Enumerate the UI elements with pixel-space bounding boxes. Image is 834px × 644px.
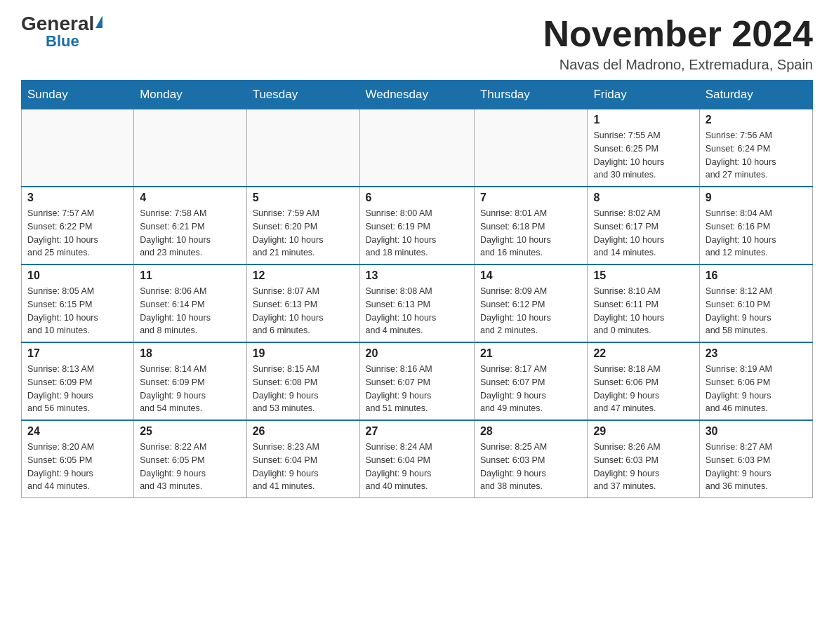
day-info: Sunrise: 8:06 AM Sunset: 6:14 PM Dayligh… <box>140 285 240 337</box>
table-row: 12Sunrise: 8:07 AM Sunset: 6:13 PM Dayli… <box>246 264 359 342</box>
day-info: Sunrise: 8:02 AM Sunset: 6:17 PM Dayligh… <box>593 207 693 260</box>
day-number: 26 <box>253 425 354 438</box>
table-row: 25Sunrise: 8:22 AM Sunset: 6:05 PM Dayli… <box>134 420 246 498</box>
weekday-header-row: Sunday Monday Tuesday Wednesday Thursday… <box>22 81 813 109</box>
logo: General Blue <box>21 14 102 51</box>
day-info: Sunrise: 8:14 AM Sunset: 6:09 PM Dayligh… <box>140 363 240 415</box>
table-row: 14Sunrise: 8:09 AM Sunset: 6:12 PM Dayli… <box>474 264 588 342</box>
table-row: 23Sunrise: 8:19 AM Sunset: 6:06 PM Dayli… <box>699 342 812 420</box>
day-number: 16 <box>706 269 807 282</box>
table-row: 13Sunrise: 8:08 AM Sunset: 6:13 PM Dayli… <box>359 264 474 342</box>
day-info: Sunrise: 8:25 AM Sunset: 6:03 PM Dayligh… <box>480 441 582 493</box>
calendar-week-row: 10Sunrise: 8:05 AM Sunset: 6:15 PM Dayli… <box>22 264 813 342</box>
day-number: 23 <box>706 347 807 360</box>
day-info: Sunrise: 8:10 AM Sunset: 6:11 PM Dayligh… <box>593 285 693 337</box>
day-number: 5 <box>253 192 354 204</box>
day-info: Sunrise: 8:16 AM Sunset: 6:07 PM Dayligh… <box>366 363 468 415</box>
table-row: 19Sunrise: 8:15 AM Sunset: 6:08 PM Dayli… <box>246 342 359 420</box>
table-row: 22Sunrise: 8:18 AM Sunset: 6:06 PM Dayli… <box>588 342 699 420</box>
calendar-week-row: 1Sunrise: 7:55 AM Sunset: 6:25 PM Daylig… <box>22 109 813 187</box>
day-info: Sunrise: 8:20 AM Sunset: 6:05 PM Dayligh… <box>27 441 128 493</box>
logo-triangle-icon <box>95 15 102 28</box>
day-number: 18 <box>140 347 240 360</box>
table-row: 16Sunrise: 8:12 AM Sunset: 6:10 PM Dayli… <box>699 264 812 342</box>
day-info: Sunrise: 7:59 AM Sunset: 6:20 PM Dayligh… <box>253 207 354 260</box>
day-number: 10 <box>27 269 128 282</box>
calendar-table: Sunday Monday Tuesday Wednesday Thursday… <box>21 80 813 498</box>
table-row: 9Sunrise: 8:04 AM Sunset: 6:16 PM Daylig… <box>699 187 812 264</box>
day-number: 3 <box>27 192 128 204</box>
header-tuesday: Tuesday <box>246 81 359 109</box>
calendar-week-row: 24Sunrise: 8:20 AM Sunset: 6:05 PM Dayli… <box>22 420 813 498</box>
day-number: 30 <box>706 425 807 438</box>
day-number: 9 <box>706 192 807 204</box>
day-number: 12 <box>253 269 354 282</box>
day-info: Sunrise: 8:08 AM Sunset: 6:13 PM Dayligh… <box>366 285 468 337</box>
table-row: 28Sunrise: 8:25 AM Sunset: 6:03 PM Dayli… <box>474 420 588 498</box>
day-number: 17 <box>27 347 128 360</box>
day-info: Sunrise: 8:18 AM Sunset: 6:06 PM Dayligh… <box>593 363 693 415</box>
day-info: Sunrise: 8:24 AM Sunset: 6:04 PM Dayligh… <box>366 441 468 493</box>
day-number: 21 <box>480 347 582 360</box>
table-row: 15Sunrise: 8:10 AM Sunset: 6:11 PM Dayli… <box>588 264 699 342</box>
day-number: 13 <box>366 269 468 282</box>
table-row: 30Sunrise: 8:27 AM Sunset: 6:03 PM Dayli… <box>699 420 812 498</box>
table-row <box>22 109 134 187</box>
calendar-week-row: 3Sunrise: 7:57 AM Sunset: 6:22 PM Daylig… <box>22 187 813 264</box>
day-info: Sunrise: 8:22 AM Sunset: 6:05 PM Dayligh… <box>140 441 240 493</box>
header-wednesday: Wednesday <box>359 81 474 109</box>
table-row: 24Sunrise: 8:20 AM Sunset: 6:05 PM Dayli… <box>22 420 134 498</box>
day-number: 28 <box>480 425 582 438</box>
day-number: 4 <box>140 192 240 204</box>
day-info: Sunrise: 8:15 AM Sunset: 6:08 PM Dayligh… <box>253 363 354 415</box>
header-saturday: Saturday <box>699 81 812 109</box>
day-info: Sunrise: 8:07 AM Sunset: 6:13 PM Dayligh… <box>253 285 354 337</box>
table-row <box>246 109 359 187</box>
day-number: 11 <box>140 269 240 282</box>
table-row: 5Sunrise: 7:59 AM Sunset: 6:20 PM Daylig… <box>246 187 359 264</box>
table-row: 29Sunrise: 8:26 AM Sunset: 6:03 PM Dayli… <box>588 420 699 498</box>
header-thursday: Thursday <box>474 81 588 109</box>
location-subtitle: Navas del Madrono, Extremadura, Spain <box>543 57 813 73</box>
table-row: 11Sunrise: 8:06 AM Sunset: 6:14 PM Dayli… <box>134 264 246 342</box>
calendar-title-section: November 2024 Navas del Madrono, Extrema… <box>543 14 813 73</box>
day-info: Sunrise: 8:09 AM Sunset: 6:12 PM Dayligh… <box>480 285 582 337</box>
table-row: 21Sunrise: 8:17 AM Sunset: 6:07 PM Dayli… <box>474 342 588 420</box>
day-number: 24 <box>27 425 128 438</box>
day-info: Sunrise: 8:12 AM Sunset: 6:10 PM Dayligh… <box>706 285 807 337</box>
table-row: 1Sunrise: 7:55 AM Sunset: 6:25 PM Daylig… <box>588 109 699 187</box>
table-row: 7Sunrise: 8:01 AM Sunset: 6:18 PM Daylig… <box>474 187 588 264</box>
table-row <box>474 109 588 187</box>
table-row: 2Sunrise: 7:56 AM Sunset: 6:24 PM Daylig… <box>699 109 812 187</box>
day-info: Sunrise: 7:58 AM Sunset: 6:21 PM Dayligh… <box>140 207 240 260</box>
day-number: 25 <box>140 425 240 438</box>
table-row: 8Sunrise: 8:02 AM Sunset: 6:17 PM Daylig… <box>588 187 699 264</box>
month-year-title: November 2024 <box>543 14 813 54</box>
logo-blue-text: Blue <box>46 32 79 51</box>
header-monday: Monday <box>134 81 246 109</box>
day-number: 27 <box>366 425 468 438</box>
day-number: 22 <box>593 347 693 360</box>
table-row: 18Sunrise: 8:14 AM Sunset: 6:09 PM Dayli… <box>134 342 246 420</box>
day-number: 7 <box>480 192 582 204</box>
table-row: 26Sunrise: 8:23 AM Sunset: 6:04 PM Dayli… <box>246 420 359 498</box>
table-row: 17Sunrise: 8:13 AM Sunset: 6:09 PM Dayli… <box>22 342 134 420</box>
day-number: 20 <box>366 347 468 360</box>
page-header: General Blue November 2024 Navas del Mad… <box>21 14 813 73</box>
logo-general-text: General <box>21 14 94 34</box>
day-info: Sunrise: 7:56 AM Sunset: 6:24 PM Dayligh… <box>706 129 807 182</box>
table-row: 27Sunrise: 8:24 AM Sunset: 6:04 PM Dayli… <box>359 420 474 498</box>
day-info: Sunrise: 8:04 AM Sunset: 6:16 PM Dayligh… <box>706 207 807 260</box>
table-row: 20Sunrise: 8:16 AM Sunset: 6:07 PM Dayli… <box>359 342 474 420</box>
table-row: 10Sunrise: 8:05 AM Sunset: 6:15 PM Dayli… <box>22 264 134 342</box>
day-number: 8 <box>593 192 693 204</box>
table-row: 6Sunrise: 8:00 AM Sunset: 6:19 PM Daylig… <box>359 187 474 264</box>
day-number: 6 <box>366 192 468 204</box>
day-info: Sunrise: 8:13 AM Sunset: 6:09 PM Dayligh… <box>27 363 128 415</box>
day-number: 2 <box>706 114 807 126</box>
day-number: 15 <box>593 269 693 282</box>
table-row: 3Sunrise: 7:57 AM Sunset: 6:22 PM Daylig… <box>22 187 134 264</box>
day-number: 14 <box>480 269 582 282</box>
header-sunday: Sunday <box>22 81 134 109</box>
day-number: 19 <box>253 347 354 360</box>
